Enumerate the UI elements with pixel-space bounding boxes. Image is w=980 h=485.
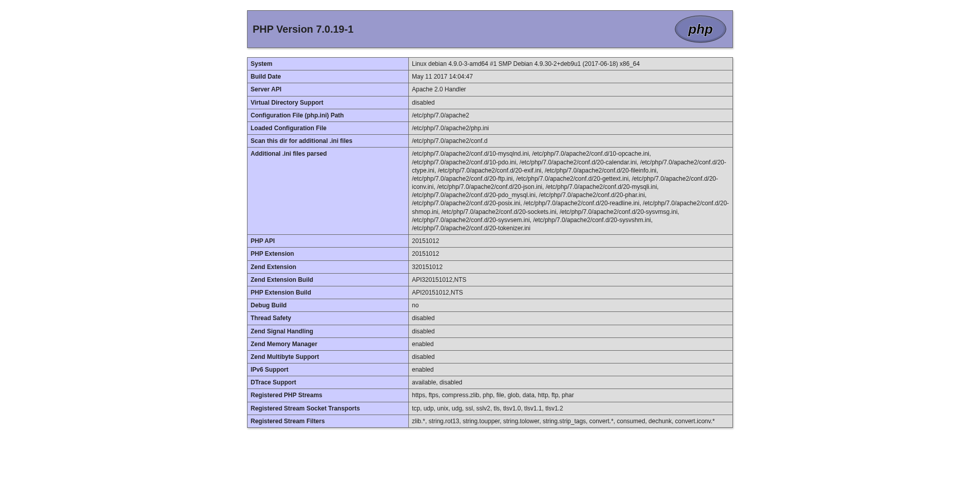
table-row: Configuration File (php.ini) Path/etc/ph…	[248, 109, 733, 122]
info-value: https, ftps, compress.zlib, php, file, g…	[409, 389, 733, 402]
info-value: Apache 2.0 Handler	[409, 83, 733, 96]
table-row: Registered Stream Socket Transportstcp, …	[248, 402, 733, 415]
table-row: Zend Signal Handlingdisabled	[248, 325, 733, 337]
table-row: Server APIApache 2.0 Handler	[248, 83, 733, 96]
info-label: Configuration File (php.ini) Path	[248, 109, 409, 122]
info-value: /etc/php/7.0/apache2/conf.d	[409, 135, 733, 148]
info-value: /etc/php/7.0/apache2/php.ini	[409, 122, 733, 134]
info-label: Registered PHP Streams	[248, 389, 409, 402]
info-label: Build Date	[248, 70, 409, 83]
info-value: tcp, udp, unix, udg, ssl, sslv2, tls, tl…	[409, 402, 733, 415]
table-row: Additional .ini files parsed/etc/php/7.0…	[248, 148, 733, 235]
info-value: no	[409, 299, 733, 312]
info-label: Additional .ini files parsed	[248, 148, 409, 235]
info-value: API320151012,NTS	[409, 273, 733, 286]
info-label: Registered Stream Socket Transports	[248, 402, 409, 415]
info-value: 20151012	[409, 235, 733, 248]
table-row: SystemLinux debian 4.9.0-3-amd64 #1 SMP …	[248, 58, 733, 70]
table-row: Zend Extension BuildAPI320151012,NTS	[248, 273, 733, 286]
info-label: Debug Build	[248, 299, 409, 312]
info-label: Loaded Configuration File	[248, 122, 409, 134]
info-label: DTrace Support	[248, 376, 409, 389]
table-row: Thread Safetydisabled	[248, 312, 733, 325]
table-row: Zend Memory Managerenabled	[248, 337, 733, 350]
info-label: Zend Extension	[248, 260, 409, 273]
table-row: Debug Buildno	[248, 299, 733, 312]
info-label: PHP API	[248, 235, 409, 248]
table-row: Scan this dir for additional .ini files/…	[248, 135, 733, 148]
table-row: Registered Stream Filterszlib.*, string.…	[248, 415, 733, 427]
info-label: PHP Extension	[248, 248, 409, 260]
table-row: IPv6 Supportenabled	[248, 363, 733, 376]
info-label: Zend Extension Build	[248, 273, 409, 286]
info-value: disabled	[409, 350, 733, 363]
phpinfo-container: PHP Version 7.0.19-1 php SystemLinux deb…	[247, 10, 733, 428]
table-row: Registered PHP Streamshttps, ftps, compr…	[248, 389, 733, 402]
table-row: DTrace Supportavailable, disabled	[248, 376, 733, 389]
info-value: 320151012	[409, 260, 733, 273]
info-label: PHP Extension Build	[248, 286, 409, 299]
info-label: Zend Memory Manager	[248, 337, 409, 350]
php-logo-icon: php	[674, 15, 727, 43]
info-label: Zend Multibyte Support	[248, 350, 409, 363]
info-label: Thread Safety	[248, 312, 409, 325]
table-row: Zend Multibyte Supportdisabled	[248, 350, 733, 363]
info-value: disabled	[409, 312, 733, 325]
table-row: PHP API20151012	[248, 235, 733, 248]
info-value: enabled	[409, 337, 733, 350]
info-label: Server API	[248, 83, 409, 96]
table-row: Loaded Configuration File/etc/php/7.0/ap…	[248, 122, 733, 134]
table-row: PHP Extension BuildAPI20151012,NTS	[248, 286, 733, 299]
table-row: Virtual Directory Supportdisabled	[248, 96, 733, 109]
info-label: Registered Stream Filters	[248, 415, 409, 427]
info-value: available, disabled	[409, 376, 733, 389]
info-value: disabled	[409, 96, 733, 109]
table-row: PHP Extension20151012	[248, 248, 733, 260]
info-value: disabled	[409, 325, 733, 337]
info-value: May 11 2017 14:04:47	[409, 70, 733, 83]
info-value: Linux debian 4.9.0-3-amd64 #1 SMP Debian…	[409, 58, 733, 70]
info-label: Virtual Directory Support	[248, 96, 409, 109]
table-row: Zend Extension320151012	[248, 260, 733, 273]
info-value: /etc/php/7.0/apache2	[409, 109, 733, 122]
header-banner: PHP Version 7.0.19-1 php	[247, 10, 733, 48]
info-value: enabled	[409, 363, 733, 376]
phpinfo-table: SystemLinux debian 4.9.0-3-amd64 #1 SMP …	[247, 57, 733, 428]
info-value: 20151012	[409, 248, 733, 260]
info-label: System	[248, 58, 409, 70]
info-label: Zend Signal Handling	[248, 325, 409, 337]
info-value: zlib.*, string.rot13, string.toupper, st…	[409, 415, 733, 427]
table-row: Build DateMay 11 2017 14:04:47	[248, 70, 733, 83]
info-label: Scan this dir for additional .ini files	[248, 135, 409, 148]
info-label: IPv6 Support	[248, 363, 409, 376]
info-value: /etc/php/7.0/apache2/conf.d/10-mysqlnd.i…	[409, 148, 733, 235]
page-title: PHP Version 7.0.19-1	[253, 23, 354, 35]
info-value: API20151012,NTS	[409, 286, 733, 299]
svg-text:php: php	[688, 21, 713, 37]
